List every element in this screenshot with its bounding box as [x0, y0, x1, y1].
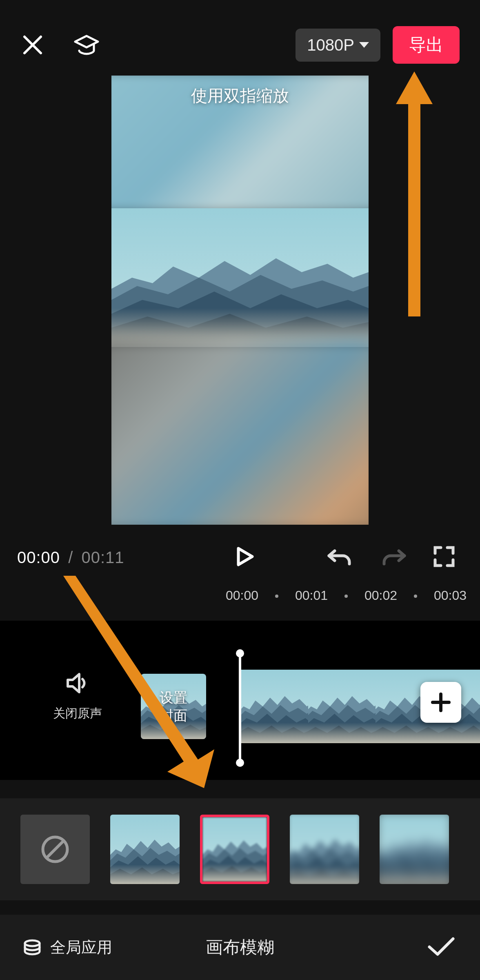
add-clip-button[interactable]: [420, 682, 461, 723]
ruler-dot: [275, 595, 278, 598]
canvas-blur-bottom: [111, 338, 369, 525]
fullscreen-button[interactable]: [433, 545, 456, 570]
clip-thumb[interactable]: [241, 670, 308, 743]
export-button[interactable]: 导出: [393, 26, 460, 64]
ruler-dot: [414, 595, 417, 598]
close-button[interactable]: [20, 33, 45, 57]
canvas-blur-options: [0, 798, 480, 900]
annotation-arrow-up: [392, 71, 437, 318]
resolution-dropdown[interactable]: 1080P: [296, 29, 380, 62]
ruler-tick: 00:03: [434, 588, 467, 603]
playhead[interactable]: [239, 653, 241, 763]
timeline[interactable]: 关闭原声 设置 封面: [0, 621, 480, 780]
ruler-tick: 00:00: [226, 588, 258, 603]
blur-option-none[interactable]: [20, 815, 90, 884]
current-time: 00:00: [17, 548, 60, 566]
playback-bar: 00:00 / 00:11: [0, 539, 480, 576]
mute-original-audio[interactable]: 关闭原声: [53, 672, 102, 722]
clip-thumb[interactable]: [308, 670, 376, 743]
time-separator: /: [68, 548, 73, 566]
play-button[interactable]: [233, 545, 256, 570]
undo-button[interactable]: [327, 546, 352, 569]
redo-button[interactable]: [382, 546, 407, 569]
ruler-dot: [344, 595, 348, 598]
blur-option-medium[interactable]: [290, 815, 359, 884]
duration: 00:11: [81, 548, 124, 566]
ruler-tick: 00:01: [295, 588, 328, 603]
resolution-label: 1080P: [307, 36, 354, 54]
panel-title: 画布模糊: [206, 936, 274, 959]
video-frame: [111, 208, 369, 347]
pinch-zoom-hint: 使用双指缩放: [111, 85, 369, 107]
chevron-down-icon: [359, 42, 369, 48]
tutorial-icon[interactable]: [73, 32, 100, 58]
video-preview[interactable]: 使用双指缩放: [111, 76, 369, 525]
svg-point-3: [25, 940, 40, 946]
blur-option-light[interactable]: [200, 815, 269, 884]
time-ruler[interactable]: 00:00 00:01 00:02 00:03: [0, 588, 480, 612]
set-cover-button[interactable]: 设置 封面: [141, 674, 206, 739]
bottom-bar: 全局应用 画布模糊: [0, 915, 480, 980]
apply-all-button[interactable]: 全局应用: [22, 937, 112, 958]
time-display: 00:00 / 00:11: [17, 548, 124, 567]
mute-label: 关闭原声: [53, 705, 102, 722]
blur-option-clear[interactable]: [110, 815, 180, 884]
cover-label: 设置 封面: [160, 688, 187, 724]
apply-all-label: 全局应用: [50, 937, 112, 958]
ruler-tick: 00:02: [364, 588, 397, 603]
blur-option-heavy[interactable]: [380, 815, 449, 884]
svg-marker-4: [396, 71, 433, 316]
confirm-button[interactable]: [427, 936, 456, 958]
top-bar: 1080P 导出: [0, 24, 480, 65]
